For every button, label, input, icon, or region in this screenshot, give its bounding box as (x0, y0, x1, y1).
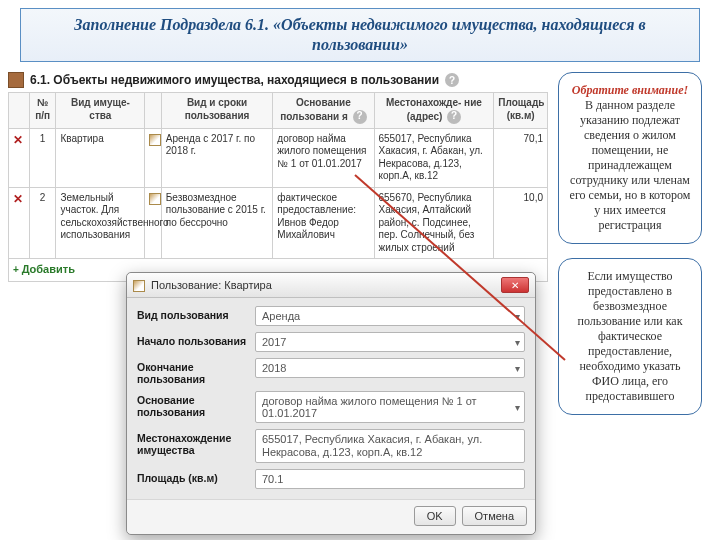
dialog-titlebar[interactable]: Пользование: Квартира ✕ (127, 273, 535, 298)
table-row: ✕ 2 Земельный участок. Для сельскохозяйс… (9, 187, 548, 259)
usage-area-field[interactable]: 70.1 (255, 469, 525, 489)
attention-title: Обратите внимание! (569, 83, 691, 98)
usage-end-select[interactable]: 2018 ▾ (255, 358, 525, 378)
attention-note: Обратите внимание! В данном разделе указ… (558, 72, 702, 244)
delete-row-button[interactable]: ✕ (13, 192, 23, 206)
cell-area: 70,1 (494, 128, 548, 187)
close-icon[interactable]: ✕ (501, 277, 529, 293)
plus-icon: + (13, 264, 19, 275)
chevron-down-icon: ▾ (515, 402, 520, 413)
cell-basis: договор найма жилого помещения № 1 от 01… (273, 128, 374, 187)
page-title: Заполнение Подраздела 6.1. «Объекты недв… (20, 8, 700, 62)
chevron-down-icon: ▾ (515, 337, 520, 348)
usage-table: № п/п Вид имуще- ства Вид и сроки пользо… (8, 92, 548, 282)
section-title: 6.1. Объекты недвижимого имущества, нахо… (30, 73, 439, 87)
col-area: Площадь (кв.м) (494, 93, 548, 129)
usage-start-select[interactable]: 2017 ▾ (255, 332, 525, 352)
help-icon[interactable]: ? (447, 110, 461, 124)
cell-type: Земельный участок. Для сельскохозяйствен… (56, 187, 145, 259)
cell-area: 10,0 (494, 187, 548, 259)
usage-kind-select[interactable]: Аренда ▾ (255, 306, 525, 326)
col-term: Вид и сроки пользования (161, 93, 273, 129)
label-start: Начало пользования (137, 332, 255, 348)
cell-term: Аренда с 2017 г. по 2018 г. (161, 128, 273, 187)
edit-icon[interactable] (149, 193, 161, 205)
col-delete (9, 93, 30, 129)
col-type: Вид имуще- ства (56, 93, 145, 129)
cell-addr: 655670, Республика Хакасия, Алтайский ра… (374, 187, 494, 259)
label-area: Площадь (кв.м) (137, 469, 255, 485)
cell-num: 1 (29, 128, 56, 187)
usage-address-field[interactable]: 655017, Республика Хакасия, г. Абакан, у… (255, 429, 525, 463)
col-num: № п/п (29, 93, 56, 129)
label-kind: Вид пользования (137, 306, 255, 322)
section-header: 6.1. Объекты недвижимого имущества, нахо… (8, 72, 548, 88)
label-addr: Местонахождение имущества (137, 429, 255, 456)
col-addr: Местонахожде- ние (адрес) ? (374, 93, 494, 129)
cell-num: 2 (29, 187, 56, 259)
usage-basis-select[interactable]: договор найма жилого помещения № 1 от 01… (255, 391, 525, 423)
ok-button[interactable]: OK (414, 506, 456, 526)
col-basis: Основание пользовани я ? (273, 93, 374, 129)
col-edit (145, 93, 162, 129)
table-row: ✕ 1 Квартира Аренда с 2017 г. по 2018 г.… (9, 128, 548, 187)
cell-term: Безвозмездное пользование с 2015 г. по б… (161, 187, 273, 259)
help-icon[interactable]: ? (353, 110, 367, 124)
help-icon[interactable]: ? (445, 73, 459, 87)
label-basis: Основание пользования (137, 391, 255, 418)
building-icon (8, 72, 24, 88)
chevron-down-icon: ▾ (515, 311, 520, 322)
secondary-note: Если имущество предоставлено в безвозмез… (558, 258, 702, 415)
label-end: Окончание пользования (137, 358, 255, 385)
cell-basis: фактическое предоставление: Ивнов Федор … (273, 187, 374, 259)
edit-icon[interactable] (149, 134, 161, 146)
secondary-note-body: Если имущество предоставлено в безвозмез… (569, 269, 691, 404)
usage-dialog: Пользование: Квартира ✕ Вид пользования … (126, 272, 536, 535)
dialog-title: Пользование: Квартира (151, 279, 272, 291)
attention-body: В данном разделе указанию подлежат сведе… (569, 98, 691, 233)
chevron-down-icon: ▾ (515, 363, 520, 374)
cancel-button[interactable]: Отмена (462, 506, 527, 526)
cell-addr: 655017, Республика Хакасия, г. Абакан, у… (374, 128, 494, 187)
add-link[interactable]: Добавить (22, 263, 75, 275)
cell-type: Квартира (56, 128, 145, 187)
delete-row-button[interactable]: ✕ (13, 133, 23, 147)
pencil-icon (133, 280, 145, 292)
